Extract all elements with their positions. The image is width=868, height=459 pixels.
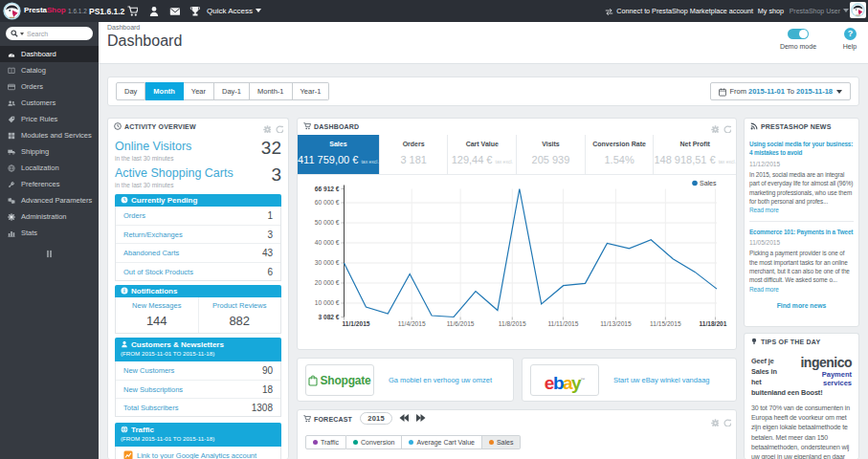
kpi-cart-value[interactable]: Cart Value129,44 € tax excl.: [448, 135, 517, 174]
caret-down-icon[interactable]: [20, 33, 24, 35]
trophy-icon[interactable]: [189, 6, 200, 16]
sidebar-search[interactable]: [6, 27, 93, 40]
stat-row-new-customers: New Customers90: [116, 361, 280, 380]
stat-row-value: 90: [262, 361, 273, 380]
shopgate-link[interactable]: Ga mobiel en verhoog uw omzet: [389, 359, 492, 403]
date-range-button[interactable]: From 2015-11-01 To 2015-11-18: [710, 82, 851, 100]
demo-mode-toggle[interactable]: [788, 29, 809, 39]
range-button-month[interactable]: Month: [145, 82, 184, 100]
active-carts-link[interactable]: Active Shopping Carts: [115, 166, 234, 180]
stat-row-value: 6: [267, 263, 273, 281]
stat-row-link[interactable]: New Customers: [123, 361, 174, 380]
collapse-menu-button[interactable]: [0, 245, 99, 258]
stat-row-abandoned-carts: Abandoned Carts43: [116, 243, 280, 261]
dashboard-panel-header: DASHBOARD: [298, 119, 736, 135]
shopgate-logo[interactable]: Shopgate: [305, 364, 374, 396]
person-icon[interactable]: [148, 6, 159, 16]
stat-row-link[interactable]: Return/Exchanges: [123, 226, 183, 244]
avatar[interactable]: [850, 2, 866, 18]
kpi-row: Sales411 759,00 € tax excl.Orders3 181Ca…: [298, 135, 736, 175]
legend-dot: [489, 440, 494, 445]
range-button-month-1[interactable]: Month-1: [250, 82, 293, 100]
google-analytics-icon: [123, 450, 133, 459]
forecast-year-pill[interactable]: 2015: [360, 412, 392, 425]
sidebar-item-advanced-parameters[interactable]: Advanced Parameters: [0, 192, 99, 208]
sidebar-item-stats[interactable]: Stats: [0, 225, 99, 241]
news-article-title[interactable]: Ecommerce 101: Payments in a Tweet: [749, 228, 854, 236]
legend-dot[interactable]: [692, 181, 698, 186]
kpi-visits[interactable]: Visits205 939: [517, 135, 586, 174]
kpi-net-profit[interactable]: Net Profit148 918,51 € tax excl.: [654, 135, 736, 174]
gear-icon[interactable]: [711, 419, 719, 426]
book-icon: [8, 67, 15, 75]
my-shop-link[interactable]: My shop: [758, 0, 784, 22]
svg-text:10 000 €: 10 000 €: [315, 299, 340, 306]
forecast-tab-sales[interactable]: Sales: [482, 435, 522, 449]
sidebar-item-catalog[interactable]: Catalog: [0, 62, 99, 78]
range-button-day[interactable]: Day: [116, 82, 145, 100]
stat-row-link[interactable]: Out of Stock Products: [123, 263, 193, 281]
forecast-tab-average-cart-value[interactable]: Average Cart Value: [402, 435, 481, 449]
ingenico-logo-text: ingenico: [785, 356, 852, 370]
sidebar-item-modules-and-services[interactable]: Modules and Services: [0, 127, 99, 143]
find-more-news-link[interactable]: Find more news: [749, 302, 854, 309]
stat-row-link[interactable]: Orders: [123, 207, 145, 225]
sidebar-item-dashboard[interactable]: Dashboard: [0, 46, 99, 62]
sidebar-item-shipping[interactable]: Shipping: [0, 143, 99, 160]
skip-forward-button[interactable]: [415, 412, 427, 424]
news-article-title[interactable]: Using social media for your business: 4 …: [749, 140, 854, 158]
tips-content[interactable]: ingenico Paymentservices Geef je Sales i…: [745, 350, 858, 459]
notifications-header: Notifications: [115, 285, 281, 297]
search-input[interactable]: [27, 28, 88, 39]
ebay-logo[interactable]: ebay™: [530, 364, 599, 396]
marketplace-link[interactable]: Connect to PrestaShop Marketplace accoun…: [605, 0, 753, 22]
range-button-day-1[interactable]: Day-1: [214, 82, 250, 100]
forecast-tab-conversion[interactable]: Conversion: [346, 435, 402, 449]
sidebar-item-customers[interactable]: Customers: [0, 95, 99, 111]
kpi-orders[interactable]: Orders3 181: [380, 135, 449, 174]
sidebar-item-administration[interactable]: Administration: [0, 208, 99, 225]
gauge-icon: [8, 51, 15, 58]
news-panel-header: PRESTASHOP NEWS: [745, 119, 858, 135]
user-menu[interactable]: PrestaShop User: [790, 0, 849, 22]
kpi-conversion-rate[interactable]: Conversion Rate1.54%: [586, 135, 655, 174]
refresh-icon[interactable]: [723, 125, 731, 133]
legend-label[interactable]: Sales: [700, 180, 717, 186]
read-more-link[interactable]: Read more: [749, 207, 779, 213]
ebay-link[interactable]: Start uw eBay winkel vandaag: [613, 359, 709, 403]
sidebar-item-label: Dashboard: [21, 46, 56, 62]
stat-row-link[interactable]: New Subscriptions: [123, 381, 183, 399]
shop-name-link[interactable]: PS1.6.1.2: [89, 7, 124, 16]
stat-row-link[interactable]: Total Subscribers: [123, 399, 179, 417]
sidebar-item-preferences[interactable]: Preferences: [0, 176, 99, 192]
trademark-symbol: ™: [580, 377, 585, 382]
new-messages-link[interactable]: New Messages: [116, 301, 198, 310]
read-more-link[interactable]: Read more: [749, 286, 779, 293]
google-analytics-link[interactable]: Link to your Google Analytics account: [137, 447, 256, 459]
envelope-icon[interactable]: [169, 6, 180, 16]
sidebar-item-orders[interactable]: Orders: [0, 78, 99, 95]
kpi-sales[interactable]: Sales411 759,00 € tax excl.: [298, 135, 380, 174]
forecast-tab-traffic[interactable]: Traffic: [305, 435, 346, 449]
online-visitors-stat: Online Visitors 32 in the last 30 minute…: [115, 137, 281, 162]
gear-icon[interactable]: [263, 125, 271, 133]
sidebar-item-price-rules[interactable]: Price Rules: [0, 111, 99, 127]
online-visitors-link[interactable]: Online Visitors: [115, 140, 191, 153]
refresh-icon[interactable]: [276, 125, 283, 133]
help-button[interactable]: ?: [844, 28, 857, 40]
range-button-year-1[interactable]: Year-1: [293, 82, 330, 100]
stat-row-link[interactable]: Abandoned Carts: [123, 244, 179, 262]
range-button-year[interactable]: Year: [184, 82, 214, 100]
gear-icon[interactable]: [711, 125, 719, 133]
caret-down-icon: [836, 90, 842, 94]
refresh-icon[interactable]: [723, 419, 731, 426]
sales-line-chart: 3 082 €10 000 €20 000 €30 000 €40 000 €5…: [298, 178, 736, 335]
cart-icon[interactable]: [127, 6, 138, 16]
quick-access-menu[interactable]: Quick Access: [207, 7, 261, 15]
skip-back-button[interactable]: [398, 412, 410, 424]
svg-text:30 000 €: 30 000 €: [315, 259, 340, 266]
sidebar-item-localization[interactable]: Localization: [0, 160, 99, 176]
product-reviews-link[interactable]: Product Reviews: [199, 301, 281, 310]
date-range-toolbar: DayMonthYearDay-1Month-1Year-1 From 2015…: [107, 76, 859, 106]
online-visitors-sub: in the last 30 minutes: [115, 155, 281, 162]
